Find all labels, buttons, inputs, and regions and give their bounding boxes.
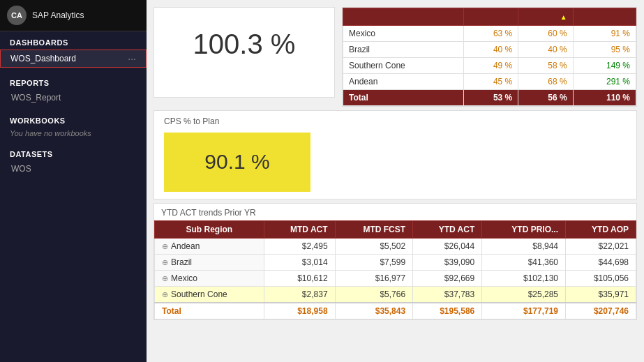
region-cell: ⊕Mexico [155, 271, 264, 287]
cps-bar-container: 90.1 % [164, 130, 627, 193]
dashboards-section: DASHBOARDS WOS_Dashboard ··· [0, 31, 147, 72]
total-c3: 110 % [573, 90, 636, 106]
region-cell: ⊕Southern Cone [155, 287, 264, 303]
mtd-act-cell: $2,495 [264, 239, 335, 255]
sidebar-item-wos-dashboard[interactable]: WOS_Dashboard ··· [0, 50, 147, 68]
metric-value: 100.3 % [164, 29, 324, 60]
sidebar-item-wos[interactable]: WOS [0, 161, 147, 176]
ytd-aop-cell: $105,056 [566, 271, 636, 287]
mtd-fcst-cell: $7,599 [335, 255, 413, 271]
workbooks-label: WORKBOOKS [0, 114, 147, 128]
top-right-table: ▲ Mexico 63 % 60 % 91 % Brazil 40 % 40 % [342, 7, 637, 107]
ytd-prio-cell: $25,285 [482, 287, 566, 303]
table-row: Brazil 40 % 40 % 95 % [343, 42, 636, 58]
total-label: Total [343, 90, 464, 106]
table-row: Southern Cone 49 % 58 % 149 % [343, 58, 636, 74]
reports-section: REPORTS WOS_Report [0, 72, 147, 110]
c2-cell: 58 % [518, 58, 573, 74]
c1-cell: 63 % [463, 26, 518, 42]
expand-icon[interactable]: ⊕ [162, 242, 168, 251]
table-row: ⊕Brazil $3,014 $7,599 $39,090 $41,360 $4… [155, 255, 636, 271]
cps-label: CPS % to Plan [164, 116, 627, 126]
c1-cell: 45 % [463, 74, 518, 90]
c1-cell: 49 % [463, 58, 518, 74]
region-cell: ⊕Andean [155, 239, 264, 255]
c3-cell: 291 % [573, 74, 636, 90]
total-mtd-fcst: $35,843 [335, 303, 413, 319]
mtd-fcst-cell: $5,766 [335, 287, 413, 303]
total-ytd-aop: $207,746 [566, 303, 636, 319]
total-c1: 53 % [463, 90, 518, 106]
cps-value: 90.1 % [204, 150, 269, 174]
mtd-fcst-cell: $5,502 [335, 239, 413, 255]
ytd-col-ytd-prio: YTD PRIO... [482, 221, 566, 239]
cps-yellow-bar: 90.1 % [164, 133, 310, 192]
top-row: 100.3 % ▲ Mexico 63 % 60 % [147, 0, 644, 110]
metric-card: 100.3 % [153, 7, 335, 98]
mtd-fcst-cell: $16,977 [335, 271, 413, 287]
table-row: Mexico 63 % 60 % 91 % [343, 26, 636, 42]
total-label: Total [155, 303, 264, 319]
total-row: Total 53 % 56 % 110 % [343, 90, 636, 106]
c2-cell: 40 % [518, 42, 573, 58]
ellipsis-icon[interactable]: ··· [128, 53, 136, 64]
total-ytd-act: $195,586 [413, 303, 482, 319]
region-cell: Andean [343, 74, 464, 90]
mtd-act-cell: $3,014 [264, 255, 335, 271]
ytd-col-mtd-fcst: MTD FCST [335, 221, 413, 239]
ytd-col-mtd-act: MTD ACT [264, 221, 335, 239]
ytd-section: YTD ACT trends Prior YR Sub Region MTD A… [153, 203, 637, 320]
avatar: CA [7, 6, 27, 25]
ytd-prio-cell: $41,360 [482, 255, 566, 271]
mtd-act-cell: $2,837 [264, 287, 335, 303]
datasets-section: DATASETS WOS [0, 143, 147, 181]
region-cell: Southern Cone [343, 58, 464, 74]
region-cell: Mexico [343, 26, 464, 42]
c3-cell: 95 % [573, 42, 636, 58]
c2-cell: 60 % [518, 26, 573, 42]
table-row: ⊕Mexico $10,612 $16,977 $92,669 $102,130… [155, 271, 636, 287]
ytd-act-cell: $92,669 [413, 271, 482, 287]
ytd-aop-cell: $22,021 [566, 239, 636, 255]
no-workbooks-text: You have no workbooks [0, 128, 147, 139]
ytd-aop-cell: $35,971 [566, 287, 636, 303]
reports-label: REPORTS [0, 76, 147, 90]
app-name: SAP Analytics [32, 10, 84, 20]
col-c1-header [463, 8, 518, 26]
ytd-act-cell: $39,090 [413, 255, 482, 271]
ytd-prio-cell: $102,130 [482, 271, 566, 287]
ytd-col-ytd-aop: YTD AOP [566, 221, 636, 239]
ytd-col-subregion: Sub Region [155, 221, 264, 239]
ytd-act-cell: $26,044 [413, 239, 482, 255]
c2-cell: 68 % [518, 74, 573, 90]
main-content: 100.3 % ▲ Mexico 63 % 60 % [147, 0, 644, 362]
mtd-act-cell: $10,612 [264, 271, 335, 287]
ytd-aop-cell: $44,698 [566, 255, 636, 271]
region-cell: ⊕Brazil [155, 255, 264, 271]
cps-section: CPS % to Plan 90.1 % [153, 110, 637, 199]
sidebar-header: CA SAP Analytics [0, 0, 147, 31]
total-ytd-prio: $177,719 [482, 303, 566, 319]
total-c2: 56 % [518, 90, 573, 106]
total-mtd-act: $18,958 [264, 303, 335, 319]
col-region-header [343, 8, 464, 26]
expand-icon[interactable]: ⊕ [162, 258, 168, 267]
c1-cell: 40 % [463, 42, 518, 58]
sidebar: CA SAP Analytics DASHBOARDS WOS_Dashboar… [0, 0, 147, 362]
c3-cell: 91 % [573, 26, 636, 42]
datasets-label: DATASETS [0, 147, 147, 161]
table-row: Andean 45 % 68 % 291 % [343, 74, 636, 90]
ytd-prio-cell: $8,944 [482, 239, 566, 255]
ytd-total-row: Total $18,958 $35,843 $195,586 $177,719 … [155, 303, 636, 319]
ytd-col-ytd-act: YTD ACT [413, 221, 482, 239]
ytd-table: Sub Region MTD ACT MTD FCST YTD ACT YTD … [154, 220, 636, 319]
region-cell: Brazil [343, 42, 464, 58]
workbooks-section: WORKBOOKS You have no workbooks [0, 110, 147, 143]
ytd-act-cell: $37,783 [413, 287, 482, 303]
sort-arrow-icon: ▲ [560, 13, 567, 21]
col-c3-header [573, 8, 636, 26]
expand-icon[interactable]: ⊕ [162, 274, 168, 283]
ytd-label: YTD ACT trends Prior YR [154, 204, 636, 220]
expand-icon[interactable]: ⊕ [162, 290, 168, 299]
sidebar-item-wos-report[interactable]: WOS_Report [0, 90, 147, 105]
